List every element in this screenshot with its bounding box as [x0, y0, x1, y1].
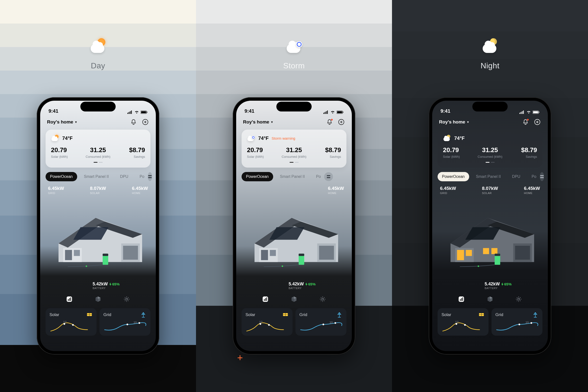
house-illustration-icon — [436, 197, 544, 285]
summary-card[interactable]: 74°F 20.79 Solar (kWh) 31.25 Consumed (k… — [438, 130, 542, 168]
svg-point-91 — [478, 266, 479, 267]
nav-stats[interactable] — [65, 295, 74, 303]
svg-rect-5 — [141, 111, 146, 113]
stat-consumed: 31.25 Consumed (kWh) — [278, 146, 310, 158]
add-button[interactable] — [338, 118, 345, 126]
page-dots[interactable] — [247, 162, 341, 163]
readout-solar: 8.07kW SOLAR — [90, 186, 106, 194]
battery-percent: 65% — [109, 282, 120, 286]
app-screen: 9:41 Roy's home ▾ — [40, 101, 156, 351]
battery-badge: 5.42kW 65% BATTERY — [288, 282, 316, 290]
tab-smartpanel[interactable]: Smart Panel II — [80, 172, 113, 181]
nav-settings[interactable] — [122, 295, 131, 303]
summary-card[interactable]: 74°F Storm warning 20.79 Solar (kWh) 31.… — [242, 130, 346, 168]
energy-readout: 6.45kW HOME — [236, 182, 352, 194]
stat-solar: 20.79 Solar (kWh) — [51, 146, 82, 158]
tab-overflow[interactable]: Po — [527, 172, 538, 181]
tab-overflow[interactable]: Po — [135, 172, 146, 181]
tab-more-icon[interactable] — [148, 172, 152, 181]
status-time: 9:41 — [244, 108, 254, 114]
gear-icon — [320, 296, 326, 302]
svg-rect-71 — [523, 110, 524, 114]
svg-rect-37 — [327, 110, 328, 114]
mini-card-solar[interactable]: Solar 12 — [242, 308, 292, 336]
tab-overflow[interactable]: Po — [312, 172, 322, 181]
nav-settings[interactable] — [318, 295, 327, 303]
svg-rect-2 — [130, 111, 130, 114]
tab-more-icon[interactable] — [540, 172, 544, 181]
mini-card-grid[interactable]: Grid 10 — [296, 308, 346, 336]
mini-card-grid[interactable]: Grid 10 — [492, 308, 542, 336]
theme-label: Night — [480, 61, 499, 70]
view-switcher — [432, 290, 548, 307]
temperature: 74°F — [258, 136, 268, 141]
stat-savings: $8.79 Savings — [310, 146, 341, 158]
svg-rect-0 — [128, 113, 128, 114]
home-selector[interactable]: Roy's home ▾ — [47, 119, 77, 125]
nav-settings[interactable] — [514, 295, 523, 303]
home-selector[interactable]: Roy's home ▾ — [243, 119, 273, 125]
spark-line-icon — [50, 320, 92, 334]
bolt-icon — [305, 282, 308, 286]
nav-stats[interactable] — [261, 295, 270, 303]
phone-notch — [276, 102, 312, 112]
svg-point-32 — [126, 324, 128, 325]
svg-point-96 — [518, 298, 520, 300]
readout-grid: 6.45kW GRID — [48, 186, 64, 194]
solar-panel-icon — [86, 312, 92, 318]
storm-warning: Storm warning — [272, 136, 295, 140]
stat-consumed: 31.25 Consumed (kWh) — [474, 146, 506, 158]
tower-icon — [336, 312, 342, 318]
svg-rect-15 — [65, 250, 72, 260]
mini-card-grid[interactable]: Grid 10 — [100, 308, 150, 336]
summary-card[interactable]: 74°F 20.79 Solar (kWh) 31.25 Consumed (k… — [46, 130, 150, 168]
svg-point-55 — [282, 266, 283, 267]
nav-3d[interactable] — [94, 295, 102, 303]
svg-point-66 — [322, 324, 324, 325]
mini-card-solar[interactable]: Solar 12 — [438, 308, 488, 336]
device-tabs: PowerOcean Smart Panel II DPU Po — [432, 168, 548, 182]
svg-rect-76 — [540, 175, 544, 176]
bell-button[interactable] — [326, 118, 333, 126]
add-button[interactable] — [142, 118, 149, 126]
stats-row: 20.79 Solar (kWh) 31.25 Consumed (kWh) $… — [247, 146, 341, 158]
tab-powerocean[interactable]: PowerOcean — [438, 172, 469, 181]
wifi-icon — [526, 110, 531, 114]
svg-rect-83 — [457, 250, 464, 260]
stats-row: 20.79 Solar (kWh) 31.25 Consumed (kWh) $… — [443, 146, 537, 158]
bell-button[interactable] — [130, 118, 137, 126]
svg-rect-95 — [462, 298, 463, 301]
home-selector[interactable]: Roy's home ▾ — [439, 119, 469, 125]
top-actions — [522, 118, 541, 126]
svg-rect-57 — [264, 299, 264, 301]
svg-rect-85 — [483, 248, 489, 254]
svg-rect-9 — [148, 177, 152, 178]
tab-powerocean[interactable]: PowerOcean — [242, 172, 273, 181]
readout-home: 6.45kW HOME — [328, 186, 344, 194]
weather-badge: Day — [88, 37, 108, 70]
svg-point-101 — [464, 324, 466, 326]
signal-icon — [128, 110, 133, 114]
tab-more-icon[interactable] — [324, 172, 333, 181]
stat-savings: $8.79 Savings — [506, 146, 537, 158]
home-name: Roy's home — [439, 119, 465, 125]
tab-smartpanel[interactable]: Smart Panel II — [276, 172, 309, 181]
status-icons — [128, 110, 148, 114]
tab-dpu[interactable]: DPU — [508, 172, 525, 181]
svg-rect-74 — [539, 112, 539, 113]
svg-rect-1 — [128, 112, 129, 114]
tab-powerocean[interactable]: PowerOcean — [46, 172, 77, 181]
page-dots[interactable] — [51, 162, 145, 163]
mini-card-solar[interactable]: Solar 12 — [46, 308, 96, 336]
nav-3d[interactable] — [486, 295, 494, 303]
bell-button[interactable] — [522, 118, 529, 126]
nav-stats[interactable] — [457, 295, 466, 303]
spark-line-icon — [104, 320, 146, 334]
device-tabs: PowerOcean Smart Panel II DPU Po — [40, 168, 156, 182]
status-icons — [324, 110, 344, 114]
tab-dpu[interactable]: DPU — [116, 172, 133, 181]
tab-smartpanel[interactable]: Smart Panel II — [472, 172, 505, 181]
add-button[interactable] — [534, 118, 541, 126]
nav-3d[interactable] — [290, 295, 298, 303]
page-dots[interactable] — [443, 162, 537, 163]
